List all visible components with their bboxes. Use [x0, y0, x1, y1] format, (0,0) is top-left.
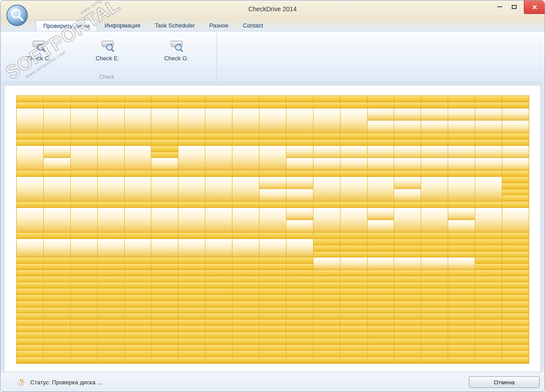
disk-block	[151, 345, 178, 351]
tab-information[interactable]: Информация	[97, 20, 148, 31]
disk-block	[286, 357, 313, 363]
close-button[interactable]	[524, 0, 545, 14]
disk-block	[475, 146, 502, 171]
disk-block	[475, 326, 502, 332]
disk-block	[71, 351, 98, 357]
disk-block	[259, 320, 286, 326]
disk-grid	[16, 95, 529, 364]
disk-block	[502, 202, 529, 208]
disk-block	[151, 270, 178, 276]
disk-block	[394, 357, 421, 363]
disk-block	[368, 177, 395, 202]
disk-block	[125, 208, 152, 233]
disk-block	[205, 295, 232, 301]
disk-block	[368, 108, 395, 133]
disk-block	[71, 357, 98, 363]
disk-block	[125, 96, 152, 102]
disk-block	[313, 102, 341, 108]
disk-block	[17, 282, 44, 288]
disk-block	[502, 177, 529, 202]
disk-block	[151, 146, 178, 171]
check-e-button[interactable]: Check E:	[73, 34, 142, 62]
disk-block	[502, 282, 529, 288]
disk-block	[421, 301, 448, 307]
disk-block	[448, 338, 475, 345]
disk-block	[502, 332, 529, 338]
disk-block	[448, 282, 475, 288]
grid-row	[17, 177, 529, 202]
disk-block	[502, 108, 529, 133]
disk-check-icon	[31, 37, 46, 52]
disk-block	[421, 338, 448, 345]
window-controls	[492, 0, 545, 14]
disk-block	[286, 288, 313, 295]
disk-block	[368, 270, 395, 276]
disk-block	[205, 301, 232, 307]
maximize-button[interactable]	[507, 1, 521, 12]
disk-block	[44, 307, 71, 314]
disk-block	[368, 332, 395, 338]
tab-misc[interactable]: Разное	[202, 20, 236, 31]
disk-block	[71, 326, 98, 332]
disk-block	[178, 357, 205, 363]
disk-block	[341, 301, 368, 307]
disk-block	[232, 96, 259, 102]
disk-block	[178, 307, 205, 314]
cancel-button[interactable]: Отмена	[469, 376, 540, 388]
disk-block	[125, 102, 152, 108]
disk-block	[313, 96, 341, 102]
grid-row	[17, 307, 529, 314]
disk-block	[71, 177, 98, 202]
disk-block	[151, 282, 178, 288]
disk-block	[178, 345, 205, 351]
disk-block	[259, 276, 286, 283]
disk-block	[17, 96, 44, 102]
disk-block	[17, 202, 44, 208]
disk-block	[394, 345, 421, 351]
disk-block	[178, 140, 205, 146]
app-logo-button[interactable]	[6, 4, 28, 27]
disk-block	[341, 295, 368, 301]
disk-block	[313, 357, 341, 363]
minimize-button[interactable]	[492, 1, 507, 12]
grid-row	[17, 351, 529, 357]
disk-block	[313, 257, 341, 270]
disk-block	[44, 96, 71, 102]
main-panel	[4, 85, 541, 372]
check-g-button[interactable]: Check G:	[142, 34, 211, 62]
disk-block	[286, 332, 313, 338]
disk-block	[368, 102, 395, 108]
disk-block	[44, 270, 71, 276]
disk-block	[71, 332, 98, 338]
disk-block	[421, 357, 448, 363]
disk-block	[259, 288, 286, 295]
disk-block	[313, 313, 341, 320]
disk-block	[71, 338, 98, 345]
disk-block	[421, 282, 448, 288]
disk-block	[205, 307, 232, 314]
ribbon: Check C: Check E:	[0, 31, 545, 83]
disk-block	[448, 96, 475, 102]
disk-block	[178, 171, 205, 177]
disk-block	[448, 108, 475, 133]
disk-block	[71, 313, 98, 320]
tab-check-disks[interactable]: Проверить диски	[36, 20, 97, 32]
disk-block	[313, 295, 341, 301]
disk-block	[259, 239, 286, 257]
disk-block	[232, 146, 259, 171]
disk-block	[71, 301, 98, 307]
tab-contact[interactable]: Contact	[236, 20, 270, 31]
disk-block	[448, 257, 475, 270]
disk-block	[259, 257, 286, 270]
disk-block	[475, 208, 502, 233]
grid-row	[17, 96, 529, 102]
tab-task-scheduler[interactable]: Task Scheduler	[148, 20, 202, 31]
disk-block	[71, 171, 98, 177]
disk-block	[125, 313, 152, 320]
disk-block	[368, 351, 395, 357]
disk-block	[232, 171, 259, 177]
check-c-button[interactable]: Check C:	[4, 34, 73, 62]
disk-block	[125, 276, 152, 283]
close-icon	[532, 5, 537, 10]
disk-block	[421, 208, 448, 233]
